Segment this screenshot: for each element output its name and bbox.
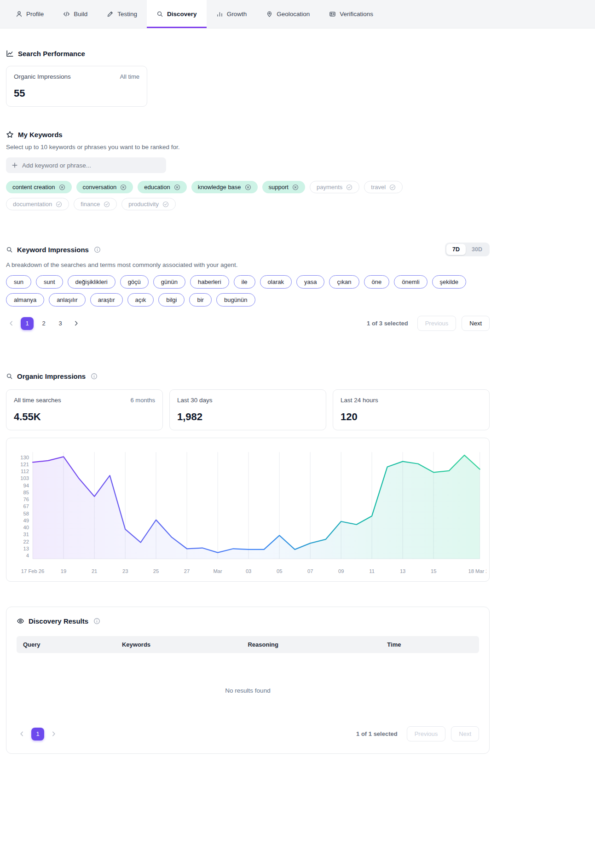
check-circle-icon xyxy=(56,201,62,208)
top-navigation: Profile Build Testing Discovery Growth G… xyxy=(0,0,595,29)
next-page-chevron[interactable] xyxy=(48,729,59,739)
stat-period: All time xyxy=(120,73,139,80)
stat-period: 6 months xyxy=(131,397,155,404)
keyword-impressions-heading: Keyword Impressions xyxy=(6,246,101,254)
previous-button[interactable]: Previous xyxy=(417,316,456,331)
stat-label: Organic Impressions xyxy=(14,73,71,80)
tab-build[interactable]: Build xyxy=(53,0,97,28)
suggested-keyword-chip[interactable]: payments xyxy=(310,181,359,193)
next-button[interactable]: Next xyxy=(451,726,479,741)
previous-button[interactable]: Previous xyxy=(407,726,446,741)
star-icon xyxy=(6,131,14,139)
search-icon xyxy=(156,11,163,17)
tab-label: Geolocation xyxy=(277,11,310,17)
tab-verifications[interactable]: Verifications xyxy=(319,0,383,28)
search-performance-section: Search Performance Organic Impressions A… xyxy=(6,50,490,107)
tab-testing[interactable]: Testing xyxy=(97,0,147,28)
my-keywords-heading: My Keywords xyxy=(6,131,490,139)
info-icon[interactable] xyxy=(93,618,100,625)
impressions-stat-cards: All time searches 6 months 4.55K Last 30… xyxy=(6,389,490,430)
keyword-term-pill: bir xyxy=(189,293,211,307)
id-card-icon xyxy=(329,11,336,17)
remove-icon[interactable] xyxy=(59,184,65,191)
previous-page-chevron[interactable] xyxy=(6,318,17,329)
stat-value: 1,982 xyxy=(177,411,318,423)
last-30-days-card: Last 30 days 1,982 xyxy=(169,389,326,430)
selection-status: 1 of 3 selected xyxy=(367,320,408,327)
next-button[interactable]: Next xyxy=(462,316,490,331)
svg-text:11: 11 xyxy=(369,568,375,574)
page-number-button[interactable]: 2 xyxy=(37,317,50,330)
svg-text:121: 121 xyxy=(20,462,29,467)
all-time-searches-card: All time searches 6 months 4.55K xyxy=(6,389,163,430)
line-chart-icon xyxy=(6,50,14,58)
search-icon xyxy=(6,246,13,253)
plus-icon xyxy=(12,162,18,168)
svg-text:27: 27 xyxy=(184,568,190,574)
bar-chart-icon xyxy=(216,11,223,17)
stat-value: 4.55K xyxy=(14,411,155,423)
selected-keyword-chip[interactable]: knowledge base xyxy=(191,181,258,193)
svg-text:05: 05 xyxy=(277,568,282,574)
keyword-term-pill: bilgi xyxy=(158,293,185,307)
page-number-button[interactable]: 1 xyxy=(31,728,44,741)
remove-icon[interactable] xyxy=(174,184,180,191)
selected-keyword-chip[interactable]: support xyxy=(262,181,305,193)
previous-page-chevron[interactable] xyxy=(17,729,27,739)
tab-discovery[interactable]: Discovery xyxy=(147,0,207,28)
keyword-term-pill: çıkan xyxy=(329,275,359,289)
svg-text:49: 49 xyxy=(23,518,29,523)
add-keyword-field[interactable] xyxy=(6,157,166,173)
page-number-list: 1 2 3 xyxy=(21,317,67,330)
suggested-keyword-chip[interactable]: travel xyxy=(364,181,403,193)
keyword-chips: content creation conversation education … xyxy=(6,181,457,210)
code-icon xyxy=(63,11,70,17)
keyword-pill-list: sun sunt değişiklikleri göçü günün haber… xyxy=(6,275,485,307)
tab-label: Build xyxy=(74,11,87,17)
section-title-text: Organic Impressions xyxy=(17,372,86,380)
remove-icon[interactable] xyxy=(120,184,127,191)
keyword-term-pill: şekilde xyxy=(432,275,466,289)
svg-text:25: 25 xyxy=(153,568,159,574)
svg-text:40: 40 xyxy=(23,525,29,530)
keyword-term-pill: değişiklikleri xyxy=(68,275,116,289)
search-performance-heading: Search Performance xyxy=(6,50,490,58)
keyword-chip-label: education xyxy=(144,184,170,191)
pen-icon xyxy=(107,11,114,17)
remove-icon[interactable] xyxy=(292,184,299,191)
range-toggle-button[interactable]: 7D xyxy=(446,244,466,255)
keyword-term-pill: sun xyxy=(6,275,31,289)
info-icon[interactable] xyxy=(91,373,98,380)
range-toggle-button[interactable]: 30D xyxy=(466,244,488,255)
keyword-term-pill: ile xyxy=(234,275,255,289)
location-pin-icon xyxy=(266,11,273,17)
svg-text:17 Feb 26: 17 Feb 26 xyxy=(21,568,45,574)
info-icon[interactable] xyxy=(94,246,101,253)
keyword-term-pill: olarak xyxy=(260,275,292,289)
keyword-chip-label: finance xyxy=(81,201,100,208)
tab-geolocation[interactable]: Geolocation xyxy=(256,0,319,28)
svg-text:31: 31 xyxy=(23,532,29,537)
keyword-chip-label: support xyxy=(269,184,289,191)
page-number-button[interactable]: 1 xyxy=(21,317,34,330)
tab-profile[interactable]: Profile xyxy=(6,0,53,28)
suggested-keyword-chip[interactable]: documentation xyxy=(6,198,69,210)
remove-icon[interactable] xyxy=(245,184,251,191)
keyword-chip-label: content creation xyxy=(12,184,55,191)
impressions-area-chart: 17 Feb 261921232527Mar0305070911131518 M… xyxy=(9,446,486,579)
suggested-keyword-chip[interactable]: productivity xyxy=(121,198,176,210)
keyword-chip-label: productivity xyxy=(128,201,159,208)
organic-impressions-heading: Organic Impressions xyxy=(6,372,490,380)
selected-keyword-chip[interactable]: education xyxy=(138,181,186,193)
chevron-left-icon xyxy=(8,320,15,327)
suggested-keyword-chip[interactable]: finance xyxy=(74,198,117,210)
eye-icon xyxy=(17,617,24,625)
page-number-button[interactable]: 3 xyxy=(54,317,67,330)
selected-keyword-chip[interactable]: conversation xyxy=(76,181,133,193)
keyword-input[interactable] xyxy=(22,162,161,169)
results-table-header: Query Keywords Reasoning Time xyxy=(17,636,479,653)
selected-keyword-chip[interactable]: content creation xyxy=(6,181,72,193)
chevron-left-icon xyxy=(18,730,25,737)
next-page-chevron[interactable] xyxy=(71,318,81,329)
tab-growth[interactable]: Growth xyxy=(207,0,257,28)
